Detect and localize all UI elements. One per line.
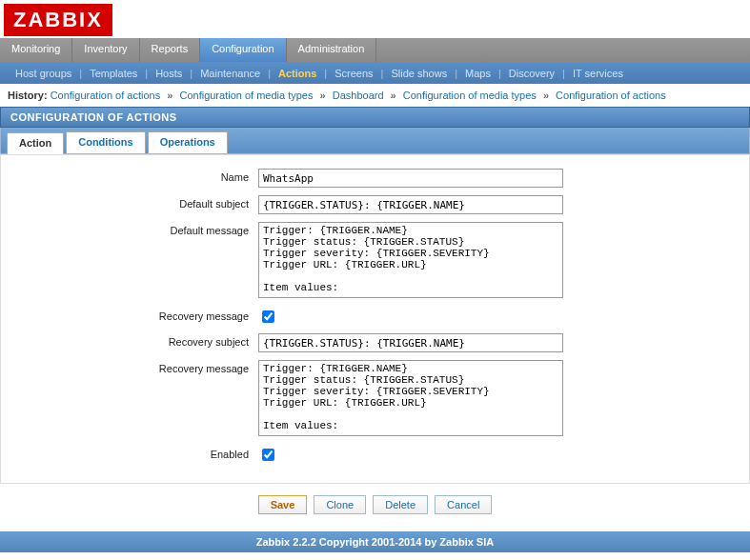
buttons-row: Save Clone Delete Cancel — [0, 484, 750, 526]
subnav-actions[interactable]: Actions — [271, 68, 324, 79]
label-name: Name — [20, 169, 258, 188]
form-panel: Name Default subject Default message Rec… — [0, 154, 750, 484]
history-label: History: — [8, 90, 48, 101]
breadcrumb-link[interactable]: Configuration of media types — [403, 90, 537, 101]
save-button[interactable]: Save — [258, 495, 308, 514]
breadcrumb: History: Configuration of actions » Conf… — [0, 84, 750, 107]
subnav-it-services[interactable]: IT services — [565, 68, 631, 79]
label-enabled: Enabled — [20, 446, 258, 464]
subnav-maps[interactable]: Maps — [457, 68, 498, 79]
breadcrumb-link[interactable]: Configuration of actions — [556, 90, 666, 101]
subnav-discovery[interactable]: Discovery — [501, 68, 562, 79]
form-tabs: ActionConditionsOperations — [0, 128, 750, 154]
subnav-host-groups[interactable]: Host groups — [8, 68, 79, 79]
label-default-subject: Default subject — [20, 195, 258, 214]
nav-tab-reports[interactable]: Reports — [140, 38, 201, 62]
label-recovery-check: Recovery message — [20, 308, 258, 326]
recovery-subject-input[interactable] — [258, 333, 563, 352]
recovery-message-textarea[interactable] — [258, 360, 563, 436]
nav-tab-inventory[interactable]: Inventory — [72, 38, 139, 62]
tab-operations[interactable]: Operations — [148, 131, 228, 153]
enabled-checkbox[interactable] — [262, 449, 274, 461]
default-message-textarea[interactable] — [258, 222, 563, 298]
nav-tab-administration[interactable]: Administration — [287, 38, 377, 62]
delete-button[interactable]: Delete — [373, 495, 428, 514]
subnav-screens[interactable]: Screens — [327, 68, 380, 79]
label-recovery-message: Recovery message — [20, 360, 258, 438]
label-default-message: Default message — [20, 222, 258, 300]
recovery-message-checkbox[interactable] — [262, 310, 274, 323]
tab-conditions[interactable]: Conditions — [66, 131, 145, 153]
breadcrumb-link[interactable]: Configuration of actions — [51, 90, 161, 101]
subnav-templates[interactable]: Templates — [82, 68, 145, 79]
tab-action[interactable]: Action — [7, 132, 64, 154]
sub-nav: Host groups | Templates | Hosts | Mainte… — [0, 62, 750, 84]
clone-button[interactable]: Clone — [314, 495, 366, 514]
logo: ZABBIX — [4, 4, 112, 36]
nav-tab-configuration[interactable]: Configuration — [200, 38, 286, 62]
label-recovery-subject: Recovery subject — [20, 333, 258, 352]
page-title: CONFIGURATION OF ACTIONS — [0, 107, 750, 128]
breadcrumb-link[interactable]: Dashboard — [333, 90, 384, 101]
subnav-slide-shows[interactable]: Slide shows — [383, 68, 455, 79]
name-input[interactable] — [258, 169, 563, 188]
subnav-maintenance[interactable]: Maintenance — [193, 68, 268, 79]
nav-tab-monitoring[interactable]: Monitoring — [0, 38, 72, 62]
footer: Zabbix 2.2.2 Copyright 2001-2014 by Zabb… — [0, 531, 750, 552]
breadcrumb-link[interactable]: Configuration of media types — [179, 90, 313, 101]
subnav-hosts[interactable]: Hosts — [148, 68, 190, 79]
cancel-button[interactable]: Cancel — [435, 495, 492, 514]
default-subject-input[interactable] — [258, 195, 563, 214]
main-nav: MonitoringInventoryReportsConfigurationA… — [0, 38, 750, 62]
